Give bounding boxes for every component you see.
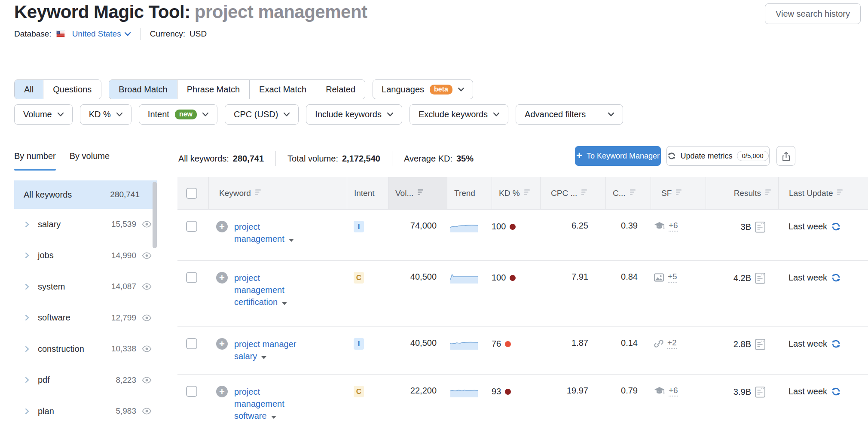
header-volume[interactable]: Vol... <box>388 177 447 209</box>
export-button[interactable] <box>776 146 795 166</box>
view-search-history-button[interactable]: View search history <box>765 3 861 24</box>
serp-snapshot-icon[interactable] <box>755 221 765 233</box>
keyword-cell: + project management certification <box>208 261 347 326</box>
kd-filter[interactable]: KD % <box>80 104 131 125</box>
keyword-link[interactable]: project management <box>234 221 300 245</box>
sf-more-count[interactable]: +5 <box>668 272 677 283</box>
sidebar-item-system[interactable]: system 14,087 <box>14 271 157 302</box>
exclude-keywords-filter[interactable]: Exclude keywords <box>410 104 508 125</box>
languages-dropdown[interactable]: Languages beta <box>373 79 473 99</box>
sidebar-item-plan[interactable]: plan 5,983 <box>14 396 157 427</box>
trend-sparkline <box>450 272 478 284</box>
sort-icon[interactable] <box>255 189 261 195</box>
eye-icon[interactable] <box>142 252 152 259</box>
tab-phrase-match[interactable]: Phrase Match <box>177 80 250 99</box>
header-cpc[interactable]: CPC ... <box>540 177 605 209</box>
keyword-link[interactable]: project management software <box>234 386 300 422</box>
tab-questions[interactable]: Questions <box>43 80 101 99</box>
keyword-dropdown-icon[interactable] <box>271 416 276 419</box>
sort-icon[interactable] <box>837 189 843 195</box>
tab-by-number[interactable]: By number <box>14 151 56 167</box>
sf-more-count[interactable]: +6 <box>669 221 678 232</box>
tab-exact-match[interactable]: Exact Match <box>250 80 316 99</box>
last-update-cell: Last week <box>778 210 868 260</box>
to-keyword-manager-button[interactable]: + To Keyword Manager <box>575 146 661 166</box>
chevron-down-icon <box>284 113 290 116</box>
intent-filter[interactable]: Intent new <box>139 104 217 125</box>
sidebar-item-pdf[interactable]: pdf 8,223 <box>14 365 157 396</box>
eye-icon[interactable] <box>142 221 152 228</box>
sort-icon[interactable] <box>676 189 682 195</box>
sidebar-item-construction[interactable]: construction 10,338 <box>14 333 157 365</box>
header-competition[interactable]: C... <box>605 177 651 209</box>
select-all-checkbox[interactable] <box>186 188 197 199</box>
export-icon <box>782 151 791 161</box>
header-kd[interactable]: KD % <box>492 177 540 209</box>
update-metrics-button[interactable]: Update metrics 0/5,000 <box>666 146 770 166</box>
summary-stats: All keywords:280,741 Total volume:2,172,… <box>178 151 474 166</box>
keyword-link[interactable]: project manager salary <box>234 338 300 362</box>
eye-icon[interactable] <box>142 377 152 384</box>
intent-cell: I <box>347 210 388 260</box>
eye-icon[interactable] <box>142 283 152 290</box>
refresh-icon[interactable] <box>831 273 841 283</box>
cpc-filter[interactable]: CPC (USD) <box>225 104 299 125</box>
serp-snapshot-icon[interactable] <box>755 338 765 350</box>
sort-icon[interactable] <box>418 189 424 195</box>
new-badge: new <box>175 110 197 119</box>
divider <box>392 151 392 166</box>
refresh-icon[interactable] <box>831 339 841 349</box>
keyword-magic-tool-page: Keyword Magic Tool:project management Vi… <box>0 0 868 433</box>
volume-cell: 22,200 <box>388 375 447 433</box>
tab-related[interactable]: Related <box>316 80 365 99</box>
serp-snapshot-icon[interactable] <box>755 386 765 398</box>
database-row: Database: United States Currency: USD <box>14 27 207 40</box>
sort-icon[interactable] <box>524 189 530 195</box>
header-last-update[interactable]: Last Update <box>778 177 868 209</box>
header-sf[interactable]: SF <box>651 177 706 209</box>
sidebar-item-all-keywords[interactable]: All keywords 280,741 <box>14 180 157 209</box>
volume-filter[interactable]: Volume <box>14 104 73 125</box>
add-keyword-button[interactable]: + <box>216 386 228 397</box>
tab-broad-match[interactable]: Broad Match <box>109 80 177 99</box>
sort-icon[interactable] <box>581 189 587 195</box>
row-checkbox[interactable] <box>186 272 197 283</box>
row-checkbox[interactable] <box>186 221 197 232</box>
tab-all[interactable]: All <box>15 80 43 99</box>
keyword-dropdown-icon[interactable] <box>289 239 294 242</box>
include-keywords-filter[interactable]: Include keywords <box>306 104 402 125</box>
eye-icon[interactable] <box>142 345 152 352</box>
row-checkbox[interactable] <box>186 338 197 349</box>
competition-cell: 0.84 <box>605 261 651 326</box>
header-results[interactable]: Results <box>706 177 778 209</box>
add-keyword-button[interactable]: + <box>216 338 228 350</box>
intent-badge: I <box>354 338 364 350</box>
keyword-dropdown-icon[interactable] <box>261 356 266 359</box>
advanced-filters[interactable]: Advanced filters <box>516 104 623 125</box>
sf-more-count[interactable]: +6 <box>669 386 678 396</box>
refresh-icon[interactable] <box>831 387 841 396</box>
sort-icon[interactable] <box>765 189 771 195</box>
header-keyword[interactable]: Keyword <box>208 177 347 209</box>
eye-icon[interactable] <box>142 408 152 415</box>
keyword-dropdown-icon[interactable] <box>282 302 287 305</box>
serp-snapshot-icon[interactable] <box>755 272 765 284</box>
sidebar-item-software[interactable]: software 12,799 <box>14 302 157 334</box>
eye-icon[interactable] <box>142 314 152 321</box>
tab-by-volume[interactable]: By volume <box>70 151 110 167</box>
sidebar-scrollbar[interactable] <box>153 182 157 248</box>
add-keyword-button[interactable]: + <box>216 221 228 232</box>
sort-icon[interactable] <box>630 189 636 195</box>
row-select-cell <box>177 375 208 433</box>
refresh-icon[interactable] <box>831 222 841 232</box>
keyword-link[interactable]: project management certification <box>234 272 300 308</box>
add-keyword-button[interactable]: + <box>216 272 228 284</box>
row-checkbox[interactable] <box>186 386 197 397</box>
sidebar-item-jobs[interactable]: jobs 14,990 <box>14 240 157 271</box>
competition-cell: 0.39 <box>605 210 651 260</box>
sf-more-count[interactable]: +2 <box>667 338 677 349</box>
sidebar-item-salary[interactable]: salary 15,539 <box>14 209 157 240</box>
match-group: Broad Match Phrase Match Exact Match Rel… <box>109 79 365 99</box>
database-selector[interactable]: United States <box>56 29 131 39</box>
keywords-table: Keyword Intent Vol... Trend KD % CPC ...… <box>177 177 868 433</box>
